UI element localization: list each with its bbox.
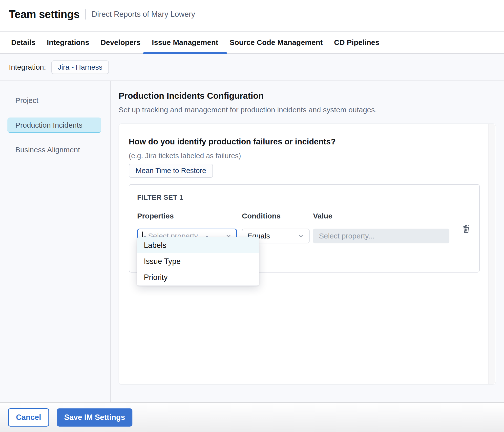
trash-icon xyxy=(462,223,471,234)
tab-cd-pipelines[interactable]: CD Pipelines xyxy=(328,32,385,53)
tab-source-code-management[interactable]: Source Code Management xyxy=(224,32,328,53)
action-footer: Cancel Save IM Settings xyxy=(0,402,504,432)
tab-integrations[interactable]: Integrations xyxy=(41,32,95,53)
dropdown-option-priority[interactable]: Priority xyxy=(137,269,259,285)
tab-details[interactable]: Details xyxy=(5,32,41,53)
filter-row: Properties - Select property... - Labels… xyxy=(137,212,471,243)
filter-set-title: FILTER SET 1 xyxy=(137,194,471,201)
value-column: Value xyxy=(313,212,449,243)
integration-row: Integration: Jira - Harness xyxy=(0,54,504,81)
section-subtitle: Set up tracking and management for produ… xyxy=(119,105,496,115)
title-divider xyxy=(85,9,86,20)
delete-filter-button[interactable] xyxy=(461,223,471,234)
value-label: Value xyxy=(313,212,449,220)
settings-tab-bar: Details Integrations Developers Issue Ma… xyxy=(0,32,504,54)
sidebar-item-business-alignment[interactable]: Business Alignment xyxy=(7,142,101,157)
dropdown-option-issue-type[interactable]: Issue Type xyxy=(137,253,259,269)
page-header: Team settings Direct Reports of Mary Low… xyxy=(0,0,504,32)
cancel-button[interactable]: Cancel xyxy=(8,408,49,427)
sidebar-item-project[interactable]: Project xyxy=(7,93,101,108)
sidebar-item-production-incidents[interactable]: Production Incidents xyxy=(7,118,101,133)
settings-sidebar: Project Production Incidents Business Al… xyxy=(0,81,111,402)
tab-issue-management[interactable]: Issue Management xyxy=(146,32,224,53)
content-area: Project Production Incidents Business Al… xyxy=(0,81,504,402)
page-subtitle: Direct Reports of Mary Lowery xyxy=(92,10,195,19)
save-im-settings-button[interactable]: Save IM Settings xyxy=(57,408,132,427)
page-title: Team settings xyxy=(9,8,80,20)
card-hint: (e.g. Jira tickets labeled as failures) xyxy=(129,151,487,160)
card-question: How do you identify production failures … xyxy=(129,137,487,147)
integration-chip[interactable]: Jira - Harness xyxy=(51,60,109,74)
tab-developers[interactable]: Developers xyxy=(95,32,146,53)
card-scrollbar[interactable] xyxy=(488,124,495,384)
dropdown-option-labels[interactable]: Labels xyxy=(137,237,259,253)
section-title: Production Incidents Configuration xyxy=(119,90,496,101)
chevron-down-icon xyxy=(298,233,304,239)
incidents-config-card: How do you identify production failures … xyxy=(119,123,496,385)
metric-tab-mean-time-to-restore[interactable]: Mean Time to Restore xyxy=(129,164,213,178)
filter-set-box: FILTER SET 1 Properties - Select propert… xyxy=(129,184,480,273)
properties-label: Properties xyxy=(137,212,237,220)
properties-dropdown-menu: Labels Issue Type Priority xyxy=(137,237,259,286)
value-input[interactable] xyxy=(313,229,449,243)
main-panel: Production Incidents Configuration Set u… xyxy=(111,81,504,402)
integration-label: Integration: xyxy=(9,63,46,71)
properties-column: Properties - Select property... - Labels… xyxy=(137,212,237,243)
conditions-label: Conditions xyxy=(242,212,310,220)
